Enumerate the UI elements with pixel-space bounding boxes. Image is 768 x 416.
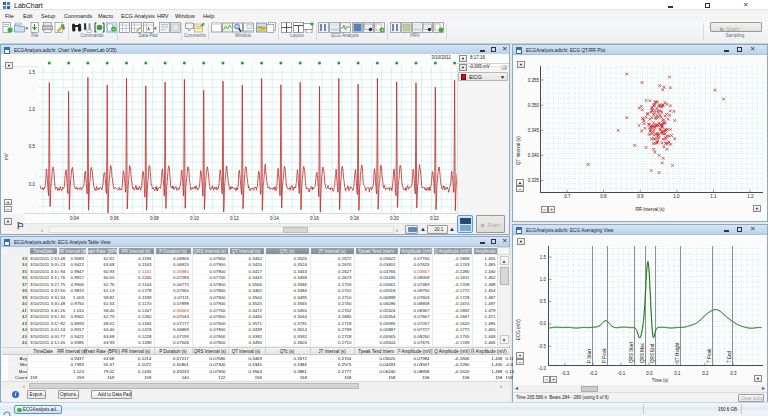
svg-text:T Peak: T Peak	[707, 348, 712, 363]
svg-text:T End: T End	[727, 350, 732, 363]
svg-text:P Start: P Start	[587, 348, 592, 363]
svg-text:ST Height: ST Height	[675, 342, 680, 363]
svg-text:P Peak: P Peak	[602, 348, 607, 363]
svg-text:QRS Max: QRS Max	[640, 342, 645, 363]
svg-text:QRS Start: QRS Start	[629, 341, 634, 363]
svg-text:QRS End: QRS End	[650, 343, 655, 363]
